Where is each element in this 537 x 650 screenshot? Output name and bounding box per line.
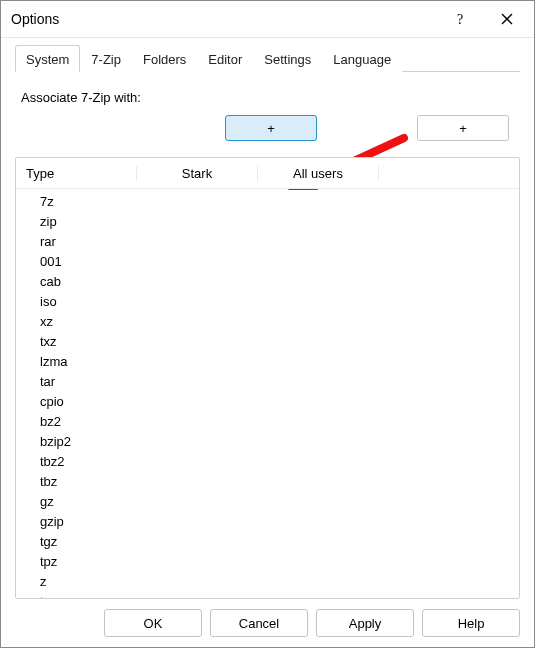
column-type[interactable]: Type (20, 166, 137, 181)
type-cell: zip (16, 214, 150, 229)
window-title: Options (11, 11, 438, 27)
cancel-button[interactable]: Cancel (210, 609, 308, 637)
list-item[interactable]: gz (16, 491, 519, 511)
list-header: Type Stark All users (16, 158, 519, 189)
type-cell: xz (16, 314, 150, 329)
list-item[interactable]: iso (16, 291, 519, 311)
type-list: Type Stark All users 7zziprar001cabisoxz… (15, 157, 520, 599)
svg-line-2 (502, 14, 512, 24)
type-cell: tgz (16, 534, 150, 549)
dialog-footer: OK Cancel Apply Help (1, 599, 534, 647)
type-cell: 001 (16, 254, 150, 269)
list-item[interactable]: tbz (16, 471, 519, 491)
type-cell: rar (16, 234, 150, 249)
type-cell: cab (16, 274, 150, 289)
tab-editor[interactable]: Editor (197, 45, 253, 72)
type-cell: z (16, 574, 150, 589)
column-all-users[interactable]: All users (258, 166, 379, 181)
type-cell: tar (16, 374, 150, 389)
type-cell: tbz (16, 474, 150, 489)
list-body[interactable]: 7zziprar001cabisoxztxzlzmatarcpiobz2bzip… (16, 189, 519, 598)
help-button[interactable]: ? (438, 4, 484, 34)
list-item[interactable]: xz (16, 311, 519, 331)
associate-label: Associate 7-Zip with: (21, 90, 520, 105)
apply-button[interactable]: Apply (316, 609, 414, 637)
list-item[interactable]: cab (16, 271, 519, 291)
list-item[interactable]: tbz2 (16, 451, 519, 471)
type-cell: taz (16, 594, 150, 599)
column-user[interactable]: Stark (137, 166, 258, 181)
type-cell: bzip2 (16, 434, 150, 449)
list-item[interactable]: lzma (16, 351, 519, 371)
type-cell: tpz (16, 554, 150, 569)
help-footer-button[interactable]: Help (422, 609, 520, 637)
list-item[interactable]: tgz (16, 531, 519, 551)
list-item[interactable]: zip (16, 211, 519, 231)
ok-button[interactable]: OK (104, 609, 202, 637)
list-item[interactable]: txz (16, 331, 519, 351)
list-item[interactable]: 7z (16, 191, 519, 211)
type-cell: 7z (16, 194, 150, 209)
tab-strip: System7-ZipFoldersEditorSettingsLanguage (15, 44, 520, 72)
list-item[interactable]: bz2 (16, 411, 519, 431)
list-item[interactable]: tpz (16, 551, 519, 571)
title-bar: Options ? (1, 1, 534, 38)
tab-folders[interactable]: Folders (132, 45, 197, 72)
svg-line-1 (502, 14, 512, 24)
type-cell: bz2 (16, 414, 150, 429)
type-cell: tbz2 (16, 454, 150, 469)
type-cell: gzip (16, 514, 150, 529)
list-item[interactable]: bzip2 (16, 431, 519, 451)
list-item[interactable]: gzip (16, 511, 519, 531)
list-item[interactable]: z (16, 571, 519, 591)
svg-text:?: ? (457, 12, 463, 26)
tab-system[interactable]: System (15, 45, 80, 72)
associate-all-users-button[interactable]: + (417, 115, 509, 141)
list-item[interactable]: rar (16, 231, 519, 251)
list-item[interactable]: cpio (16, 391, 519, 411)
list-item[interactable]: taz (16, 591, 519, 598)
close-button[interactable] (484, 4, 530, 34)
type-cell: cpio (16, 394, 150, 409)
type-cell: gz (16, 494, 150, 509)
tab-language[interactable]: Language (322, 45, 402, 72)
list-item[interactable]: tar (16, 371, 519, 391)
type-cell: txz (16, 334, 150, 349)
tab-settings[interactable]: Settings (253, 45, 322, 72)
associate-current-user-button[interactable]: + (225, 115, 317, 141)
tab-7zip[interactable]: 7-Zip (80, 45, 132, 72)
type-cell: iso (16, 294, 150, 309)
list-item[interactable]: 001 (16, 251, 519, 271)
type-cell: lzma (16, 354, 150, 369)
